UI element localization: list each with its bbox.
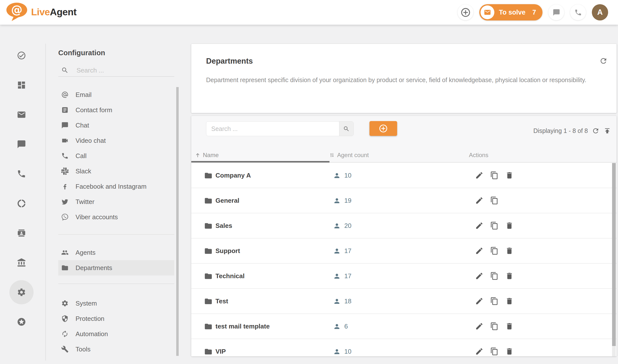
people-icon xyxy=(61,249,69,256)
delete-button[interactable] xyxy=(505,171,514,180)
sidebar-item-viber-accounts[interactable]: Viber accounts xyxy=(58,209,174,225)
delete-button[interactable] xyxy=(505,247,514,255)
page-description: Department represent specific division o… xyxy=(206,74,591,86)
sidebar-item-chat[interactable]: Chat xyxy=(58,118,174,133)
edit-button[interactable] xyxy=(475,347,483,356)
folder-cell xyxy=(204,222,212,230)
add-department-button[interactable] xyxy=(369,121,397,136)
delete-icon xyxy=(505,171,514,180)
sidebar-divider xyxy=(58,234,174,235)
agent-count: 10 xyxy=(344,172,351,179)
twitter-icon xyxy=(61,198,69,205)
agent-count: 18 xyxy=(344,297,351,305)
rail-item-tickets[interactable] xyxy=(9,102,34,127)
phone-icon xyxy=(61,152,69,160)
search-button[interactable] xyxy=(339,122,353,136)
delete-button[interactable] xyxy=(505,347,514,356)
rail-item-reports[interactable] xyxy=(9,191,34,216)
rail-item-customers[interactable] xyxy=(9,221,34,245)
rail-item-chats[interactable] xyxy=(9,132,34,157)
table-row-sales[interactable]: Sales20 xyxy=(191,213,617,238)
sidebar-item-automation[interactable]: Automation xyxy=(58,326,174,342)
rail-item-gamification[interactable] xyxy=(9,309,34,334)
delete-button[interactable] xyxy=(505,221,514,230)
table-row-test-mail-template[interactable]: test mail template6 xyxy=(191,314,617,339)
rail-item-dashboard[interactable] xyxy=(9,73,34,97)
copy-button[interactable] xyxy=(490,322,499,330)
scroll-to-top-button[interactable] xyxy=(603,127,611,135)
page-title: Departments xyxy=(206,57,253,66)
svg-text:@: @ xyxy=(11,3,22,16)
edit-button[interactable] xyxy=(475,322,483,330)
sidebar-scrollbar[interactable] xyxy=(176,87,179,356)
edit-button[interactable] xyxy=(475,171,483,180)
rail-item-configuration[interactable] xyxy=(9,280,34,305)
table-row-test[interactable]: Test18 xyxy=(191,289,617,314)
table-search-input[interactable] xyxy=(206,122,339,136)
delete-button[interactable] xyxy=(505,297,514,305)
refresh-button[interactable] xyxy=(599,57,608,65)
edit-button[interactable] xyxy=(475,272,483,280)
sidebar-item-video-chat[interactable]: Video chat xyxy=(58,133,174,148)
edit-button[interactable] xyxy=(475,297,483,305)
rail-item-companies[interactable] xyxy=(9,250,34,275)
delete-button[interactable] xyxy=(505,322,514,330)
folder-cell xyxy=(204,272,212,280)
table-row-support[interactable]: Support17 xyxy=(191,238,617,264)
logo-word-live: Live xyxy=(31,7,50,18)
rail-item-tasks[interactable] xyxy=(9,43,34,68)
sidebar-title: Configuration xyxy=(58,49,105,57)
edit-button[interactable] xyxy=(475,196,483,205)
sidebar-item-system[interactable]: System xyxy=(58,296,174,311)
sidebar-item-agents[interactable]: Agents xyxy=(58,245,174,260)
copy-button[interactable] xyxy=(490,247,499,255)
sidebar-item-label: Contact form xyxy=(76,106,112,114)
sidebar-search-input[interactable] xyxy=(77,67,160,74)
copy-button[interactable] xyxy=(490,272,499,280)
edit-button[interactable] xyxy=(475,247,483,255)
table-scrollbar-thumb[interactable] xyxy=(612,163,616,346)
sidebar-item-tools[interactable]: Tools xyxy=(58,342,174,357)
folder-cell xyxy=(204,322,212,331)
table-row-company-a[interactable]: Company A10 xyxy=(191,163,617,188)
to-solve-button[interactable]: To solve 7 xyxy=(479,4,542,20)
sidebar-item-label: Protection xyxy=(76,315,104,323)
rail-item-calls[interactable] xyxy=(9,162,34,186)
dashboard-icon xyxy=(17,80,26,90)
table-row-vip[interactable]: VIP10 xyxy=(191,339,617,356)
wrench-icon xyxy=(61,346,69,353)
table-row-general[interactable]: General19 xyxy=(191,188,617,213)
person-icon xyxy=(333,298,341,305)
table-row-technical[interactable]: Technical17 xyxy=(191,264,617,289)
column-header-name[interactable]: Name xyxy=(195,148,219,162)
copy-icon xyxy=(490,171,499,180)
edit-button[interactable] xyxy=(475,221,483,230)
sidebar-item-twitter[interactable]: Twitter xyxy=(58,194,174,209)
user-avatar[interactable]: A xyxy=(592,4,608,20)
sidebar-item-contact-form[interactable]: Contact form xyxy=(58,102,174,118)
edit-icon xyxy=(475,196,483,205)
table-refresh-button[interactable] xyxy=(592,127,599,135)
copy-button[interactable] xyxy=(490,171,499,180)
copy-button[interactable] xyxy=(490,347,499,356)
copy-button[interactable] xyxy=(490,297,499,305)
calls-button[interactable] xyxy=(570,4,586,20)
sidebar-item-email[interactable]: Email xyxy=(58,87,174,102)
search-icon xyxy=(343,126,350,132)
contact-card-icon xyxy=(17,228,26,238)
copy-button[interactable] xyxy=(490,196,499,205)
table-scrollbar[interactable] xyxy=(612,163,616,356)
create-new-button[interactable] xyxy=(458,4,473,20)
refresh-icon xyxy=(599,57,608,65)
folder-icon xyxy=(204,347,212,356)
sidebar-item-call[interactable]: Call xyxy=(58,148,174,164)
copy-button[interactable] xyxy=(490,221,499,230)
chats-button[interactable] xyxy=(548,4,564,20)
column-header-agent-count[interactable]: Agent count xyxy=(329,148,369,162)
sidebar-item-slack[interactable]: Slack xyxy=(58,164,174,179)
delete-button[interactable] xyxy=(505,272,514,280)
copy-icon xyxy=(490,247,499,255)
sidebar-item-facebook-and-instagram[interactable]: Facebook and Instagram xyxy=(58,179,174,194)
sidebar-item-departments[interactable]: Departments xyxy=(58,260,174,275)
sidebar-item-protection[interactable]: Protection xyxy=(58,311,174,326)
